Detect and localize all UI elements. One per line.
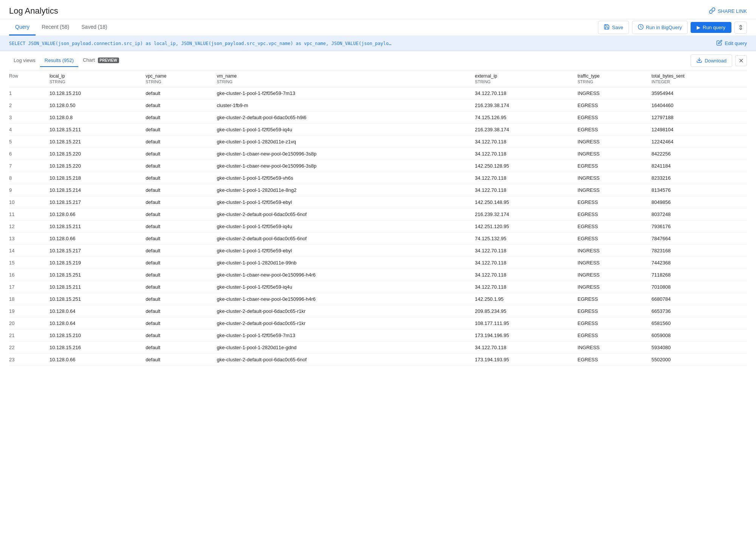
tabs-bar: Query Recent (58) Saved (18) Save Run in [0,19,756,36]
cell-total-bytes-sent: 16404460 [647,99,747,112]
cell-row: 2 [9,99,45,112]
sub-tab-log-views[interactable]: Log views [9,54,40,67]
run-bigquery-button[interactable]: Run in BigQuery [632,21,688,34]
col-header-vm-name[interactable]: vm_name STRING [212,70,470,87]
cell-vpc-name: default [141,208,212,221]
cell-total-bytes-sent: 12498104 [647,124,747,136]
table-row: 17 10.128.15.211 default gke-cluster-1-p… [9,281,747,293]
cell-row: 8 [9,172,45,184]
run-query-button[interactable]: ▶ Run query [691,22,731,33]
edit-query-button[interactable]: Edit query [716,40,747,47]
cell-external-ip: 34.122.70.118 [470,281,573,293]
cell-row: 11 [9,208,45,221]
cell-vm-name: gke-cluster-1-cbaer-new-pool-0e150996-3s… [212,148,470,160]
tab-saved[interactable]: Saved (18) [75,19,113,36]
cell-local-ip: 10.128.0.64 [45,305,141,317]
cell-total-bytes-sent: 7823168 [647,245,747,257]
cell-local-ip: 10.128.15.211 [45,221,141,233]
cell-local-ip: 10.128.15.210 [45,87,141,99]
cell-vpc-name: default [141,317,212,330]
cell-external-ip: 142.250.148.95 [470,196,573,208]
cell-traffic-type: EGRESS [573,221,647,233]
cell-local-ip: 10.128.15.218 [45,172,141,184]
expand-button[interactable]: ⇕ [734,22,747,34]
cell-local-ip: 10.128.15.219 [45,257,141,269]
cell-traffic-type: INGRESS [573,269,647,281]
cell-total-bytes-sent: 7442368 [647,257,747,269]
cell-external-ip: 209.85.234.95 [470,305,573,317]
cell-vm-name: gke-cluster-1-pool-1-f2f05e59-iq4u [212,124,470,136]
cell-traffic-type: EGRESS [573,233,647,245]
query-text: SELECT JSON_VALUE(json_payload.connectio… [9,41,710,46]
cell-external-ip: 142.250.128.95 [470,160,573,172]
cell-external-ip: 34.122.70.118 [470,269,573,281]
cell-external-ip: 34.122.70.118 [470,136,573,148]
page-title: Log Analytics [9,6,58,16]
edit-query-label: Edit query [725,40,747,46]
cell-local-ip: 10.128.15.210 [45,330,141,342]
cell-vm-name: gke-cluster-1-pool-1-2820d11e-8ng2 [212,184,470,196]
cell-row: 4 [9,124,45,136]
cell-external-ip: 173.194.193.95 [470,354,573,366]
cell-total-bytes-sent: 6680784 [647,293,747,305]
share-link-button[interactable]: SHARE LINK [709,7,747,15]
cell-external-ip: 216.239.38.174 [470,99,573,112]
cell-total-bytes-sent: 8037248 [647,208,747,221]
cell-external-ip: 34.122.70.118 [470,342,573,354]
cell-total-bytes-sent: 8241184 [647,160,747,172]
cell-vpc-name: default [141,124,212,136]
collapse-button[interactable]: ✕ [735,55,747,66]
cell-vm-name: gke-cluster-1-cbaer-new-pool-0e150996-3s… [212,160,470,172]
cell-vpc-name: default [141,330,212,342]
table-row: 3 10.128.0.8 default gke-cluster-2-defau… [9,112,747,124]
cell-local-ip: 10.128.0.8 [45,112,141,124]
main-tabs: Query Recent (58) Saved (18) [9,19,113,36]
cell-row: 22 [9,342,45,354]
table-row: 18 10.128.15.251 default gke-cluster-1-c… [9,293,747,305]
cell-external-ip: 74.125.132.95 [470,233,573,245]
col-header-local-ip[interactable]: local_ip STRING [45,70,141,87]
sub-tab-actions: Download ✕ [691,54,747,67]
cell-row: 15 [9,257,45,269]
cell-traffic-type: INGRESS [573,148,647,160]
cell-vm-name: gke-cluster-2-default-pool-6dac0c65-h9i6 [212,112,470,124]
download-button[interactable]: Download [691,54,732,67]
cell-vpc-name: default [141,281,212,293]
col-header-total-bytes-sent[interactable]: total_bytes_sent INTEGER [647,70,747,87]
cell-total-bytes-sent: 6653736 [647,305,747,317]
cell-vpc-name: default [141,148,212,160]
col-header-vpc-name[interactable]: vpc_name STRING [141,70,212,87]
cell-traffic-type: INGRESS [573,172,647,184]
cell-row: 13 [9,233,45,245]
cell-vpc-name: default [141,257,212,269]
cell-external-ip: 34.122.70.118 [470,87,573,99]
col-header-external-ip[interactable]: external_ip STRING [470,70,573,87]
cell-row: 3 [9,112,45,124]
cell-vpc-name: default [141,221,212,233]
cell-local-ip: 10.128.0.66 [45,354,141,366]
cell-total-bytes-sent: 12242464 [647,136,747,148]
table-row: 8 10.128.15.218 default gke-cluster-1-po… [9,172,747,184]
tab-recent[interactable]: Recent (58) [36,19,75,36]
cell-external-ip: 34.122.70.118 [470,172,573,184]
cell-total-bytes-sent: 8233216 [647,172,747,184]
table-row: 1 10.128.15.210 default gke-cluster-1-po… [9,87,747,99]
cell-traffic-type: EGRESS [573,124,647,136]
col-header-traffic-type[interactable]: traffic_type STRING [573,70,647,87]
cell-vpc-name: default [141,160,212,172]
cell-total-bytes-sent: 8049856 [647,196,747,208]
save-button[interactable]: Save [598,21,629,34]
tab-query[interactable]: Query [9,19,36,36]
cell-external-ip: 142.250.1.95 [470,293,573,305]
bigquery-icon [638,24,644,31]
cell-vm-name: gke-cluster-1-pool-1-f2f05e59-iq4u [212,281,470,293]
table-row: 9 10.128.15.214 default gke-cluster-1-po… [9,184,747,196]
run-query-label: Run query [703,25,725,30]
cell-traffic-type: EGRESS [573,99,647,112]
cell-external-ip: 216.239.38.174 [470,124,573,136]
table-row: 22 10.128.15.216 default gke-cluster-1-p… [9,342,747,354]
cell-row: 20 [9,317,45,330]
sub-tab-results[interactable]: Results (952) [40,54,78,67]
cell-local-ip: 10.128.15.220 [45,160,141,172]
sub-tab-chart[interactable]: Chart PREVIEW [78,54,124,67]
